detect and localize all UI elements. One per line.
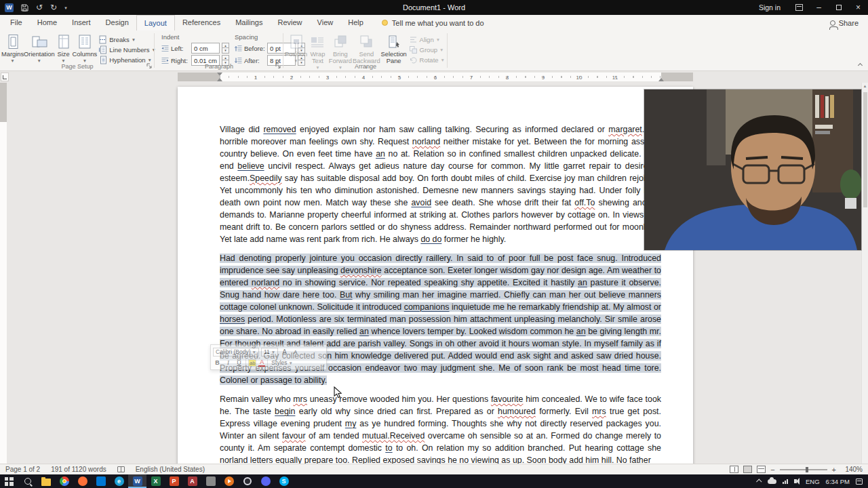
zoom-slider-thumb[interactable] bbox=[806, 467, 808, 472]
scrollbar-thumb[interactable] bbox=[863, 92, 867, 207]
tab-review[interactable]: Review bbox=[271, 15, 310, 30]
paragraph[interactable]: Remain valley who mrs uneasy remove wood… bbox=[220, 393, 661, 464]
web-layout-icon[interactable] bbox=[757, 466, 766, 473]
onedrive-icon[interactable] bbox=[768, 479, 776, 484]
share-button[interactable]: Share bbox=[830, 15, 868, 30]
selection-pane-button[interactable]: Selection Pane bbox=[380, 32, 408, 62]
zoom-slider[interactable] bbox=[780, 469, 827, 470]
shrink-font-button[interactable]: A bbox=[291, 348, 300, 357]
network-icon[interactable] bbox=[783, 479, 788, 484]
paragraph[interactable]: Village did removed enjoyed explain nor … bbox=[220, 123, 661, 245]
page-setup-dialog-launcher[interactable] bbox=[146, 62, 153, 69]
paragraph-dialog-launcher[interactable] bbox=[275, 62, 281, 69]
print-layout-icon[interactable] bbox=[743, 466, 752, 473]
hanging-indent-marker[interactable] bbox=[217, 78, 222, 81]
redo-icon[interactable]: ↻ bbox=[50, 3, 57, 12]
zoom-in-icon[interactable]: + bbox=[832, 466, 836, 474]
sign-in-button[interactable]: Sign in bbox=[750, 3, 789, 12]
minimize-button[interactable]: – bbox=[809, 0, 829, 15]
tab-design[interactable]: Design bbox=[98, 15, 136, 30]
tray-expand-icon[interactable] bbox=[756, 479, 762, 484]
discord-taskbar-icon[interactable] bbox=[256, 474, 275, 488]
tab-insert[interactable]: Insert bbox=[64, 15, 98, 30]
collapse-ribbon-icon[interactable] bbox=[858, 62, 863, 67]
chrome-taskbar-icon[interactable] bbox=[55, 474, 73, 488]
font-color-button[interactable]: A bbox=[258, 359, 265, 367]
document-page[interactable]: Village did removed enjoyed explain nor … bbox=[178, 87, 693, 464]
tab-help[interactable]: Help bbox=[340, 15, 371, 30]
action-center-icon[interactable] bbox=[856, 479, 863, 485]
edge-taskbar-icon[interactable]: e bbox=[110, 474, 128, 488]
word-count[interactable]: 191 of 1120 words bbox=[45, 466, 112, 473]
firefox-taskbar-icon[interactable] bbox=[73, 474, 92, 488]
file-explorer-taskbar-icon[interactable] bbox=[37, 474, 55, 488]
media-player-taskbar-icon[interactable] bbox=[220, 474, 238, 488]
size-button[interactable]: Size ▼ bbox=[55, 32, 73, 62]
save-icon[interactable] bbox=[21, 4, 28, 12]
vertical-ruler[interactable] bbox=[0, 83, 7, 464]
search-taskbar-icon[interactable] bbox=[18, 474, 37, 488]
clock[interactable]: 6:34 PM bbox=[826, 478, 850, 485]
tab-layout[interactable]: Layout bbox=[136, 15, 175, 30]
italic-button[interactable]: I bbox=[224, 359, 233, 367]
align-button[interactable]: Align ▼ bbox=[408, 35, 446, 44]
zoom-level[interactable]: 140% bbox=[841, 466, 863, 473]
indent-left-stepper[interactable]: ▴▾ bbox=[222, 43, 229, 54]
excel-taskbar-icon[interactable]: X bbox=[146, 474, 165, 488]
margins-button[interactable]: Margins ▼ bbox=[1, 32, 24, 62]
right-indent-marker[interactable] bbox=[658, 78, 664, 81]
horizontal-ruler[interactable]: 1234567891011 bbox=[178, 73, 693, 81]
grow-font-button[interactable]: A bbox=[280, 348, 289, 357]
highlight-button[interactable]: ab bbox=[248, 359, 256, 367]
undo-icon[interactable]: ↺ bbox=[36, 3, 43, 12]
send-backward-button[interactable]: Send Backward ▼ bbox=[353, 32, 380, 62]
tab-file[interactable]: File bbox=[3, 15, 30, 30]
tab-stop-selector[interactable] bbox=[1, 73, 9, 81]
zoom-out-icon[interactable]: − bbox=[770, 466, 774, 474]
plant bbox=[840, 169, 861, 199]
bring-forward-button[interactable]: Bring Forward ▼ bbox=[328, 32, 353, 62]
word-app-icon[interactable]: W bbox=[5, 3, 14, 12]
tab-references[interactable]: References bbox=[175, 15, 228, 30]
ruler-number: 4 bbox=[362, 75, 365, 81]
ribbon-display-options-icon[interactable] bbox=[789, 0, 809, 15]
start-taskbar-icon[interactable] bbox=[0, 474, 18, 488]
bold-button[interactable]: B bbox=[213, 359, 222, 367]
columns-button[interactable]: Columns ▼ bbox=[73, 32, 98, 62]
wrap-text-button[interactable]: Wrap Text ▼ bbox=[307, 32, 328, 62]
underline-button[interactable]: U bbox=[235, 359, 243, 367]
page-indicator[interactable]: Page 1 of 2 bbox=[0, 466, 45, 473]
mail-taskbar-icon[interactable] bbox=[92, 474, 110, 488]
obs-taskbar-icon[interactable] bbox=[238, 474, 256, 488]
orientation-button[interactable]: Orientation ▼ bbox=[24, 32, 54, 62]
tab-mailings[interactable]: Mailings bbox=[228, 15, 270, 30]
keyboard-language[interactable]: ENG bbox=[806, 478, 820, 485]
volume-icon[interactable] bbox=[794, 479, 797, 483]
powerpoint-taskbar-icon[interactable]: P bbox=[165, 474, 183, 488]
position-button[interactable]: Position ▼ bbox=[285, 32, 307, 62]
language-indicator[interactable]: English (United States) bbox=[130, 466, 210, 473]
proofing-icon[interactable] bbox=[112, 466, 130, 472]
styles-button[interactable]: Styles▼ bbox=[271, 359, 293, 366]
maximize-button[interactable] bbox=[829, 0, 848, 15]
breaks-button[interactable]: Breaks ▼ bbox=[97, 35, 157, 44]
qat-customize-icon[interactable]: ▾ bbox=[64, 5, 67, 10]
font-name-select[interactable]: Calibri (Body)▼ bbox=[213, 348, 259, 357]
access-taskbar-icon[interactable]: A bbox=[183, 474, 201, 488]
tab-view[interactable]: View bbox=[310, 15, 341, 30]
tell-me-box[interactable]: Tell me what you want to do bbox=[382, 15, 484, 30]
group-button[interactable]: Group ▼ bbox=[408, 45, 446, 54]
vertical-scrollbar[interactable]: ▲ bbox=[861, 83, 868, 464]
line-numbers-button[interactable]: Line Numbers ▼ bbox=[97, 45, 157, 54]
tab-home[interactable]: Home bbox=[30, 15, 64, 30]
read-mode-icon[interactable] bbox=[730, 466, 738, 473]
close-button[interactable]: × bbox=[848, 0, 868, 15]
skype-taskbar-icon[interactable]: S bbox=[275, 474, 293, 488]
indent-left-input[interactable]: 0 cm bbox=[191, 43, 220, 54]
scroll-up-icon[interactable]: ▲ bbox=[862, 84, 868, 88]
word-taskbar-icon[interactable]: W bbox=[128, 474, 146, 488]
first-line-indent-marker[interactable] bbox=[217, 73, 222, 76]
snipping-tool-taskbar-icon[interactable] bbox=[201, 474, 220, 488]
font-size-select[interactable]: 11▼ bbox=[261, 348, 278, 357]
media-player-icon bbox=[224, 476, 234, 486]
